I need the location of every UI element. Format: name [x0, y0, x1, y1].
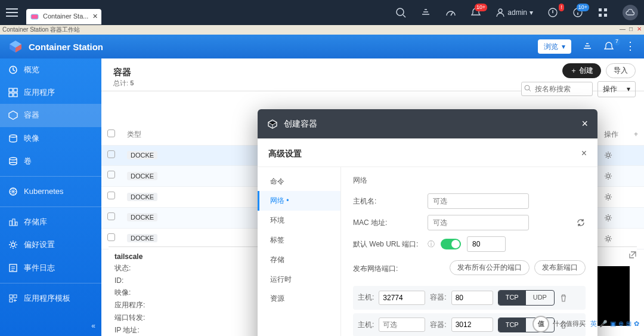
modal-nav-item[interactable]: 命令 [258, 172, 340, 192]
sidebar-item-events[interactable]: 事件日志 [0, 257, 101, 279]
publish-new-button[interactable]: 发布新端口 [534, 260, 586, 275]
cube-icon [267, 119, 278, 130]
mac-input[interactable] [428, 215, 529, 230]
sidebar-item-registry[interactable]: 存储库 [0, 211, 101, 233]
container-icon [30, 12, 39, 21]
minimize-icon[interactable]: — [619, 26, 626, 33]
publish-all-button[interactable]: 发布所有公开的端口 [450, 260, 530, 275]
more-icon[interactable]: ⋮ [625, 39, 636, 54]
app-logo-icon [8, 39, 23, 54]
svg-rect-16 [9, 93, 13, 97]
maximize-icon[interactable]: □ [627, 26, 634, 33]
container-port-input[interactable] [451, 317, 493, 332]
protocol-toggle[interactable]: TCPUDP [498, 290, 555, 305]
svg-rect-30 [10, 299, 13, 302]
svg-rect-29 [14, 295, 17, 298]
sidebar-item-prefs[interactable]: 偏好设置 [0, 233, 101, 256]
collapse-sidebar-icon[interactable]: « [91, 321, 95, 331]
sidebar: 概览 应用程序 容器 映像 卷 Kubernetes 存储库 偏好设置 事件日志… [0, 58, 101, 336]
port-row: 主机: 容器: TCPUDP [353, 286, 586, 309]
modal-nav-item[interactable]: 资源 [258, 289, 340, 309]
tray-icon[interactable] [420, 7, 431, 18]
svg-point-3 [499, 9, 502, 13]
svg-rect-24 [13, 219, 15, 226]
watermark-logo-icon: 值 [532, 316, 549, 332]
chevron-down-icon: ▾ [562, 42, 565, 52]
sidebar-item-overview[interactable]: 概览 [0, 58, 101, 81]
modal-nav-item[interactable]: 存储 [258, 250, 340, 270]
svg-rect-28 [10, 295, 13, 298]
container-port-input[interactable] [451, 291, 493, 305]
watermark: 值 什么值得买 英🎤▣⊕⊞✿ [532, 316, 640, 332]
hostname-input[interactable] [428, 193, 529, 209]
os-topbar: Container Sta... ✕ 10+ admin ▾ ! 10+ [0, 0, 644, 25]
refresh-icon[interactable] [576, 218, 586, 227]
weburl-port-input[interactable] [467, 236, 506, 252]
svg-rect-0 [31, 14, 38, 19]
svg-rect-14 [9, 88, 13, 92]
modal-nav-item[interactable]: 网络 • [258, 191, 340, 211]
app-header: Container Station 浏览▾ 7 ⋮ [0, 35, 644, 58]
svg-rect-25 [16, 222, 17, 226]
app-bell-icon[interactable]: 7 [603, 41, 614, 52]
create-container-modal: 创建容器 × 高级设置 × 命令网络 •环境标签存储运行时资源 网络 主机名: … [258, 109, 597, 336]
search-icon[interactable] [395, 7, 406, 18]
modal-nav-item[interactable]: 标签 [258, 230, 340, 250]
tab-title: Container Sta... [43, 12, 88, 21]
modal-header: 创建容器 × [258, 109, 597, 138]
sidebar-item-templates[interactable]: 应用程序模板 [0, 287, 101, 310]
modal-nav-item[interactable]: 环境 [258, 211, 340, 230]
help-icon[interactable]: ⓘ [428, 239, 435, 249]
close-icon[interactable]: ✕ [92, 12, 98, 21]
modal-nav-item[interactable]: 运行时 [258, 270, 340, 289]
svg-rect-9 [604, 14, 607, 17]
info-icon[interactable]: 10+ [572, 7, 583, 18]
browse-button[interactable]: 浏览▾ [538, 39, 571, 54]
ime-icons: 英🎤▣⊕⊞✿ [589, 319, 640, 328]
alert-icon[interactable]: ! [547, 7, 558, 18]
weburl-toggle[interactable] [441, 239, 461, 249]
bell-icon[interactable]: 10+ [470, 7, 481, 18]
sidebar-item-images[interactable]: 映像 [0, 127, 101, 150]
sidebar-item-volumes[interactable]: 卷 [0, 150, 101, 172]
svg-point-26 [11, 243, 15, 246]
user-menu[interactable]: admin ▾ [496, 8, 533, 18]
host-port-input[interactable] [379, 317, 425, 332]
sidebar-item-apps[interactable]: 应用程序 [0, 81, 101, 104]
main-content: 容器 总计: 5 ＋ 创建 导入 操作▾ 类型 创建时间 操作 + [101, 58, 644, 336]
subpanel-close-icon[interactable]: × [581, 147, 587, 160]
svg-rect-15 [14, 88, 17, 92]
modal-nav: 命令网络 •环境标签存储运行时资源 [258, 167, 341, 336]
hamburger-icon[interactable] [6, 8, 18, 17]
sidebar-item-kubernetes[interactable]: Kubernetes [0, 180, 101, 203]
svg-rect-23 [10, 221, 12, 226]
modal-subheader: 高级设置 × [258, 138, 597, 167]
app-tab[interactable]: Container Sta... ✕ [26, 9, 101, 24]
modal-form: 网络 主机名: MAC 地址: 默认 Web URL 端口: ⓘ [341, 167, 597, 336]
modal-close-icon[interactable]: × [581, 116, 588, 131]
svg-rect-7 [604, 8, 607, 11]
cloud-icon[interactable] [623, 5, 638, 20]
close-window-icon[interactable]: ✕ [636, 26, 643, 33]
app-title: Container Station [29, 41, 103, 53]
grid-icon[interactable] [597, 7, 608, 18]
task-icon[interactable] [582, 41, 593, 52]
svg-point-2 [397, 8, 404, 16]
svg-point-21 [10, 162, 17, 165]
svg-rect-17 [14, 93, 17, 97]
svg-rect-6 [599, 8, 602, 11]
trash-icon[interactable] [559, 294, 568, 302]
svg-point-19 [10, 135, 17, 137]
svg-rect-8 [599, 14, 602, 17]
dashboard-icon[interactable] [445, 7, 456, 18]
svg-point-20 [10, 158, 17, 160]
host-port-input[interactable] [379, 291, 425, 305]
svg-marker-18 [9, 111, 17, 119]
sidebar-item-containers[interactable]: 容器 [0, 104, 101, 127]
window-titlebar: Container Station 容器工作站 — □ ✕ [0, 25, 644, 35]
